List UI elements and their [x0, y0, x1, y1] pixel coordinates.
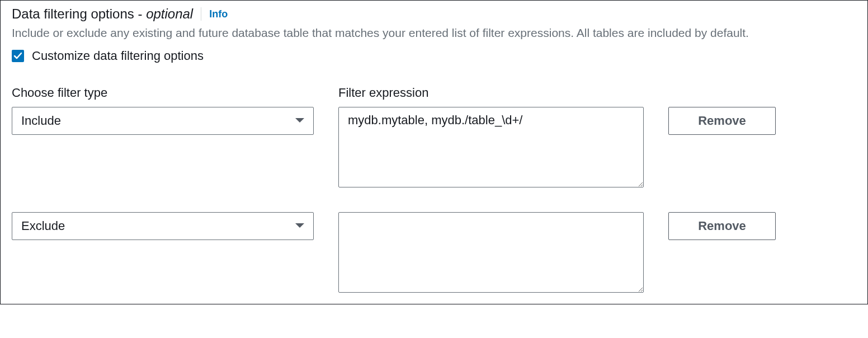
customize-checkbox[interactable] [12, 50, 24, 62]
checkmark-icon [13, 51, 22, 60]
customize-checkbox-row: Customize data filtering options [12, 49, 856, 63]
panel-description: Include or exclude any existing and futu… [12, 24, 856, 42]
panel-header: Data filtering options - optional Info [12, 6, 856, 22]
filter-type-select[interactable]: Include [12, 107, 314, 135]
filter-type-header: Choose filter type [12, 86, 314, 100]
filter-type-select-wrapper: Exclude [12, 212, 314, 240]
panel-title-optional: optional [146, 6, 193, 21]
filter-type-value: Include [21, 114, 61, 128]
title-divider [201, 7, 201, 21]
column-headers: Choose filter type Filter expression [12, 86, 856, 100]
filter-type-select[interactable]: Exclude [12, 212, 314, 240]
data-filtering-panel: Data filtering options - optional Info I… [0, 0, 868, 304]
filter-expression-header: Filter expression [338, 86, 644, 100]
filter-type-value: Exclude [21, 219, 65, 233]
filter-row: Include Remove [12, 107, 856, 187]
customize-checkbox-label: Customize data filtering options [32, 49, 204, 63]
panel-title-text: Data filtering options - [12, 6, 146, 21]
panel-title: Data filtering options - optional [12, 6, 193, 22]
info-link[interactable]: Info [209, 8, 228, 20]
filter-expression-input[interactable] [338, 212, 644, 293]
remove-button[interactable]: Remove [668, 107, 776, 135]
filter-section: Choose filter type Filter expression Inc… [12, 86, 856, 293]
remove-button[interactable]: Remove [668, 212, 776, 240]
filter-row: Exclude Remove [12, 212, 856, 293]
filter-expression-input[interactable] [338, 107, 644, 187]
filter-type-select-wrapper: Include [12, 107, 314, 135]
